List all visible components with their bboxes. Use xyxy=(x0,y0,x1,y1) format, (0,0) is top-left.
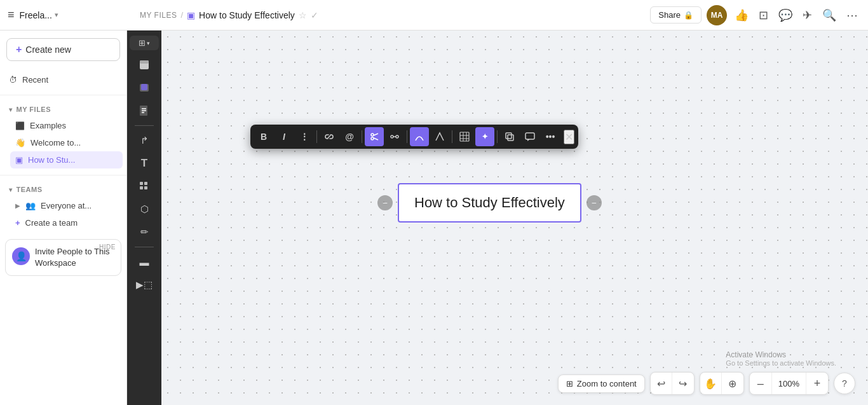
everyone-arrow-icon: ▶ xyxy=(15,202,20,209)
ft-italic-button[interactable]: I xyxy=(275,127,294,146)
svg-rect-25 xyxy=(506,133,512,139)
recent-label: Recent xyxy=(22,75,48,85)
toolbar-card-button[interactable] xyxy=(132,77,156,99)
hand-tool-button[interactable]: ✋ xyxy=(700,373,722,394)
toolbar-separator1 xyxy=(135,125,154,126)
teams-arrow-icon: ▾ xyxy=(9,186,13,193)
search-button[interactable]: 🔍 xyxy=(820,6,839,25)
topbar: ≡ Freela... ▾ MY FILES / ▣ How to Study … xyxy=(0,0,868,31)
howtostudy-icon: ▣ xyxy=(15,155,23,165)
sidebar-item-recent[interactable]: ⏱ Recent xyxy=(0,71,126,88)
zoom-plus-button[interactable]: + xyxy=(806,373,828,394)
breadcrumb-myfiles: MY FILES xyxy=(140,11,177,20)
avatar[interactable]: MA xyxy=(707,5,727,25)
create-new-button[interactable]: + Create new xyxy=(6,38,120,61)
zoom-to-content-button[interactable]: ⊞ Zoom to content xyxy=(558,374,645,393)
share-button[interactable]: Share 🔒 xyxy=(650,6,702,24)
svg-rect-1 xyxy=(140,60,149,64)
sidebar-teams-list: ▶ 👥 Everyone at... + Create a team xyxy=(0,197,126,231)
hamburger-icon[interactable]: ≡ xyxy=(8,8,15,22)
ft-angle-button[interactable] xyxy=(430,127,449,146)
ft-more2-button[interactable]: ••• xyxy=(541,127,560,146)
hide-button[interactable]: HIDE xyxy=(99,244,116,251)
breadcrumb-check-icon: ✓ xyxy=(311,10,318,20)
ft-close-button[interactable]: ✕ xyxy=(564,130,574,144)
teams-label: TEAMS xyxy=(17,186,43,193)
sidebar-myfiles-header[interactable]: ▾ MY FILES xyxy=(0,102,126,117)
ft-link-button[interactable] xyxy=(320,127,339,146)
sidebar-divider2 xyxy=(0,175,126,175)
comment-button[interactable]: 💬 xyxy=(776,6,795,25)
sidebar-item-howtostudy[interactable]: ▣ How to Stu... xyxy=(10,151,123,168)
svg-point-12 xyxy=(371,134,374,136)
ft-separator3 xyxy=(407,130,407,143)
sidebar-teams-header[interactable]: ▾ TEAMS xyxy=(0,182,126,197)
target-button[interactable]: ⊕ xyxy=(722,373,743,394)
toolbar-link-button[interactable]: ⬡ xyxy=(132,198,156,220)
toolbar-present-button[interactable]: ▶⬚ xyxy=(132,274,156,296)
toolbar-doc-button[interactable] xyxy=(132,100,156,121)
svg-rect-10 xyxy=(140,186,143,189)
ft-separator2 xyxy=(362,130,362,143)
send-button[interactable]: ✈ xyxy=(800,6,815,25)
sidebar-myfiles-section: ▾ MY FILES ⬛ Examples 👋 Welcome to... ▣ … xyxy=(0,99,126,171)
ft-bold-button[interactable]: B xyxy=(254,127,273,146)
welcome-icon: 👋 xyxy=(15,138,25,148)
toolbar-text-button[interactable]: T xyxy=(132,153,156,174)
more-button[interactable]: ⋯ xyxy=(844,6,860,25)
help-button[interactable]: ? xyxy=(834,373,855,394)
text-node-content: How to Study Effectively xyxy=(414,195,565,211)
svg-rect-3 xyxy=(141,84,147,90)
activate-windows-subtitle: Go to Settings to activate Windows. xyxy=(726,359,836,367)
text-node[interactable]: How to Study Effectively xyxy=(398,183,581,223)
myfiles-arrow-icon: ▾ xyxy=(9,106,13,113)
sidebar-item-welcome[interactable]: 👋 Welcome to... xyxy=(6,134,126,151)
create-team-label: Create a team xyxy=(25,218,78,228)
welcome-label: Welcome to... xyxy=(31,138,81,148)
ft-more-button[interactable]: ⋮ xyxy=(295,127,314,146)
ft-comment-button[interactable] xyxy=(520,127,539,146)
howtostudy-label: How to Stu... xyxy=(28,155,75,165)
myfiles-label: MY FILES xyxy=(17,106,51,113)
thumbsup-button[interactable]: 👍 xyxy=(732,6,751,25)
redo-button[interactable]: ↪ xyxy=(672,373,694,394)
toolbar-media-button[interactable]: ▬ xyxy=(132,251,156,273)
ft-curve1-button[interactable] xyxy=(410,127,429,146)
sidebar-teams-section: ▾ TEAMS ▶ 👥 Everyone at... + Create a te… xyxy=(0,179,126,234)
zoom-to-content-label: Zoom to content xyxy=(577,379,637,388)
ft-table-button[interactable] xyxy=(455,127,474,146)
sidebar-item-create-team[interactable]: + Create a team xyxy=(6,214,126,231)
invite-panel: HIDE 👤 Invite People to This Workspace xyxy=(5,239,121,276)
svg-rect-19 xyxy=(460,132,469,141)
node-handle-left[interactable]: – xyxy=(377,195,393,210)
ft-at-button[interactable]: @ xyxy=(340,127,359,146)
everyone-label: Everyone at... xyxy=(41,201,92,210)
create-plus-icon: + xyxy=(16,44,22,55)
share-label: Share xyxy=(658,10,681,20)
breadcrumb-separator: / xyxy=(180,10,183,20)
toolbar-sticky-button[interactable] xyxy=(132,54,156,76)
zoom-value: 100% xyxy=(771,373,806,394)
toolbar-arrow-button[interactable]: ↱ xyxy=(132,130,156,151)
node-handle-right[interactable]: – xyxy=(587,195,602,210)
undo-button[interactable]: ↩ xyxy=(651,373,672,394)
breadcrumb-star-icon[interactable]: ☆ xyxy=(299,10,307,20)
sidebar: + Create new ⏱ Recent ▾ MY FILES ⬛ Examp… xyxy=(0,31,127,405)
create-team-plus-icon: + xyxy=(15,218,20,228)
ft-duplicate-button[interactable] xyxy=(500,127,519,146)
sidebar-item-everyone[interactable]: ▶ 👥 Everyone at... xyxy=(6,197,126,214)
canvas-area[interactable]: B I ⋮ @ xyxy=(161,31,868,405)
zoom-minus-button[interactable]: – xyxy=(750,373,771,394)
toolbar-grid-button[interactable] xyxy=(132,175,156,197)
zoom-controls: – 100% + xyxy=(749,372,829,395)
ft-scissors-button[interactable] xyxy=(365,127,384,146)
sidebar-item-examples[interactable]: ⬛ Examples xyxy=(6,117,126,134)
present-button[interactable]: ⊡ xyxy=(756,6,771,25)
frame-chevron-icon: ▾ xyxy=(147,40,150,46)
workspace-name[interactable]: Freela... ▾ xyxy=(20,10,58,20)
ft-magic-button[interactable]: ✦ xyxy=(475,127,494,146)
toolbar-frame-button[interactable]: ⊞ ▾ xyxy=(130,36,159,50)
toolbar-pen-button[interactable]: ✏ xyxy=(132,221,156,243)
breadcrumb-file-icon: ▣ xyxy=(187,10,195,20)
ft-connect-button[interactable] xyxy=(385,127,404,146)
